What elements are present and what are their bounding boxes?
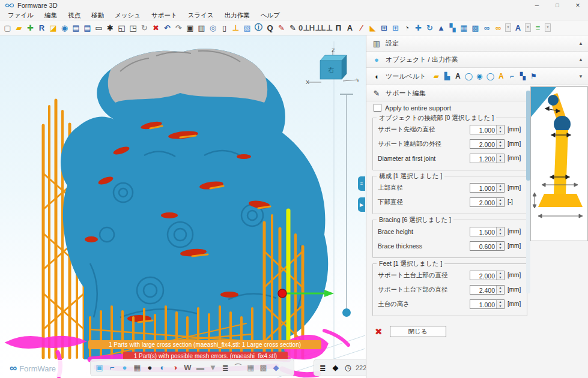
menu-item-7[interactable]: 出力作業 <box>219 11 255 20</box>
add-part-icon[interactable]: ✚ <box>25 21 36 34</box>
param-input[interactable]: 2.000▲▼ <box>470 139 505 149</box>
spinner-buttons[interactable]: ▲▼ <box>496 227 504 236</box>
belt-add-folder-icon[interactable]: ▰ <box>431 70 441 83</box>
redo-icon[interactable]: ↷ <box>173 21 184 34</box>
folder-flip-icon[interactable]: ◪ <box>47 21 59 34</box>
section-collapse-arrow-0[interactable]: ▲ <box>578 41 583 46</box>
infill-grid-icon[interactable]: ▩ <box>470 21 481 34</box>
flip-diamond-icon[interactable]: ◆ <box>270 361 282 374</box>
mirror-icon[interactable]: ▲ <box>435 21 447 34</box>
spinner-buttons[interactable]: ▲▼ <box>496 198 504 206</box>
marquee-select-icon[interactable]: ▧ <box>241 21 253 34</box>
spinner-buttons[interactable]: ▲▼ <box>496 140 504 148</box>
disc-red-icon[interactable]: ◑ <box>169 361 181 374</box>
spin-icon[interactable]: ↻ <box>424 21 435 34</box>
clipboard-icon[interactable]: ▥ <box>196 21 207 34</box>
belt-ring-star-icon[interactable]: ◉ <box>474 70 485 83</box>
param-input[interactable]: 2.400▲▼ <box>470 285 505 295</box>
chamfer-icon[interactable]: ◔ <box>401 21 413 34</box>
add-list-icon[interactable]: ≡ <box>532 21 544 34</box>
drop-height-icon[interactable]: H⊥ <box>310 21 321 34</box>
belt-support-a-icon[interactable]: A <box>496 70 506 83</box>
close-button[interactable]: ✕ <box>568 0 588 11</box>
slope-icon[interactable]: ∕ <box>356 21 367 34</box>
panel-scrollbar[interactable] <box>526 91 530 293</box>
import-icon[interactable]: ◱ <box>116 21 127 34</box>
section-header-2[interactable]: ◖ツールベルト▰▙A◯◉◯A⌐▚⚑▼ <box>366 68 588 85</box>
apply-entire-support-checkbox[interactable] <box>374 104 381 112</box>
grid-select-icon[interactable]: ▦ <box>131 361 144 374</box>
menu-item-8[interactable]: ヘルプ <box>255 11 285 20</box>
export-icon[interactable]: ◳ <box>127 21 139 34</box>
menu-item-6[interactable]: スライス <box>183 11 219 20</box>
save-icon[interactable]: ▤ <box>70 21 82 34</box>
minimize-button[interactable]: ─ <box>527 0 547 11</box>
belt-curve-support-icon[interactable]: ⌐ <box>506 70 517 83</box>
reset-view-icon[interactable]: ↻ <box>139 21 150 34</box>
drop-low-icon[interactable]: L⊥ <box>321 21 333 34</box>
bridge-icon[interactable]: Π <box>333 21 344 34</box>
flat-rect-icon[interactable]: ▬ <box>194 361 207 374</box>
param-input[interactable]: 1.000▲▼ <box>470 125 505 134</box>
hollow-grid-icon[interactable]: ▦ <box>458 21 470 34</box>
open-folder-icon[interactable]: ▰ <box>13 21 25 34</box>
show-buildbox-icon[interactable]: ▣ <box>93 361 106 374</box>
section-header-1[interactable]: ●オブジェクト / 出力作業▲ <box>366 52 588 68</box>
layer-slider[interactable] <box>336 89 357 323</box>
mill-cross-icon[interactable]: ✚ <box>413 21 424 34</box>
menu-item-0[interactable]: ファイル <box>2 11 39 20</box>
disc-dark-icon[interactable]: ● <box>144 361 156 374</box>
undo-icon[interactable]: ↶ <box>162 21 173 34</box>
drop-zero-icon[interactable]: 0⊥ <box>299 21 310 34</box>
node-chain-icon[interactable]: ∞ <box>481 21 493 34</box>
maximize-button[interactable]: □ <box>547 0 568 11</box>
time-icon[interactable]: ◷ <box>342 361 354 374</box>
belt-flag-list-icon[interactable]: ⚑ <box>528 70 539 83</box>
sphere-view-icon[interactable]: ● <box>118 361 131 374</box>
flat-tri-icon[interactable]: ▼ <box>207 361 219 374</box>
disc-half-icon[interactable]: ◐ <box>156 361 169 374</box>
viewport-3d[interactable]: 右 X Y Z ≡ ▶ 1 Parts with large cross sec… <box>0 35 366 378</box>
section-collapse-arrow-1[interactable]: ▲ <box>578 57 583 62</box>
hollow-grid2-icon[interactable]: ▦ <box>244 361 257 374</box>
param-input[interactable]: 0.600▲▼ <box>470 241 505 251</box>
web-import-icon[interactable]: ◉ <box>59 21 70 34</box>
menu-item-1[interactable]: 編集 <box>39 11 62 20</box>
menu-item-5[interactable]: サポート <box>146 11 183 20</box>
panel-flyout-open-tab[interactable]: ▶ <box>358 197 365 212</box>
screenshot-icon[interactable]: ▭ <box>93 21 105 34</box>
menu-item-2[interactable]: 視点 <box>62 11 86 20</box>
apply-entire-support-row[interactable]: Apply to entire support <box>374 104 527 112</box>
array-auto-icon[interactable]: ⊞ <box>390 21 401 34</box>
belt-corner-icon[interactable]: ▙ <box>441 70 452 83</box>
section-collapse-arrow-2[interactable]: ▼ <box>578 74 583 79</box>
pen-red-icon[interactable]: ✎ <box>276 21 287 34</box>
param-input[interactable]: 2.000▲▼ <box>470 271 505 280</box>
recent-folder-icon[interactable]: R <box>36 21 47 34</box>
param-input[interactable]: 1.000▲▼ <box>470 183 505 193</box>
belt-tiles-icon[interactable]: ▚ <box>517 70 528 83</box>
settings-gear-icon[interactable]: ✱ <box>105 21 116 34</box>
orient-face-icon[interactable]: ◣ <box>367 21 378 34</box>
new-file-icon[interactable]: ▢ <box>2 21 13 34</box>
pen-black-icon[interactable]: ✎ <box>287 21 299 34</box>
support-view-icon[interactable]: ⌐ <box>106 361 118 374</box>
spinner-buttons[interactable]: ▲▼ <box>496 154 504 163</box>
param-input[interactable]: 2.000▲▼ <box>470 197 505 207</box>
toolbar-sep[interactable]: ▾ <box>545 23 551 32</box>
belt-ring-open-icon[interactable]: ◯ <box>485 70 496 83</box>
bridge-auto-icon[interactable]: A <box>344 21 356 34</box>
support-picker-icon[interactable]: ⊥ <box>230 21 241 34</box>
param-input[interactable]: 1.000▲▼ <box>470 299 505 309</box>
support-text-icon[interactable]: A <box>512 21 524 34</box>
belt-arrange-icon[interactable]: A <box>452 70 463 83</box>
spinner-buttons[interactable]: ▲▼ <box>496 242 504 250</box>
menu-item-3[interactable]: 移動 <box>86 11 109 20</box>
panel-flyout-menu-tab[interactable]: ≡ <box>358 176 365 191</box>
trash-icon[interactable]: ▯ <box>219 21 230 34</box>
toolbar-sep[interactable]: ▾ <box>525 23 531 32</box>
orientation-cube[interactable]: 右 X Y Z <box>303 47 359 91</box>
supports-w-icon[interactable]: W <box>181 361 194 374</box>
toolbar-sep[interactable]: ▾ <box>505 23 511 32</box>
belt-ring-icon[interactable]: ◯ <box>463 70 474 83</box>
